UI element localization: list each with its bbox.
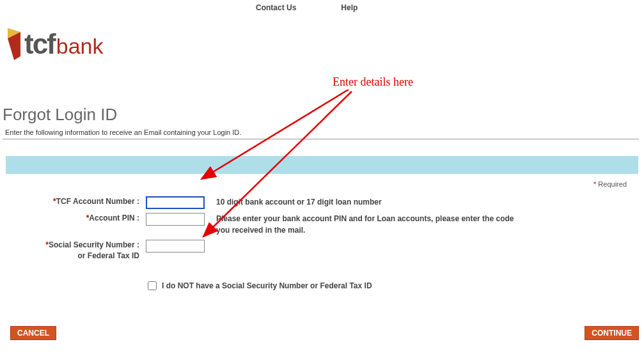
row-account-number: *TCF Account Number : 10 digit bank acco… (6, 194, 638, 211)
row-account-pin: *Account PIN : Please enter your bank ac… (6, 211, 638, 238)
row-no-ssn: I do NOT have a Social Security Number o… (6, 263, 638, 316)
logo-bank: bank (56, 34, 104, 59)
logo-tcf: tcf (24, 28, 55, 60)
tcf-logo-icon (6, 28, 23, 60)
label-account-number: *TCF Account Number : (6, 196, 143, 207)
no-ssn-label: I do NOT have a Social Security Number o… (162, 281, 372, 290)
help-account-number: 10 digit bank account or 17 digit loan n… (205, 196, 382, 208)
logo-text: tcf bank (24, 28, 104, 60)
button-bar: CANCEL CONTINUE (0, 316, 644, 340)
label-ssn: *Social Security Number : or Federal Tax… (6, 240, 143, 261)
form-panel: * Required *TCF Account Number : 10 digi… (5, 155, 639, 316)
no-ssn-checkbox[interactable] (148, 281, 157, 290)
account-number-input[interactable] (146, 196, 205, 209)
form-header-strip (6, 156, 638, 174)
asterisk-icon: * (593, 180, 596, 188)
nav-contact-us[interactable]: Contact Us (256, 3, 296, 12)
account-pin-input[interactable] (146, 213, 205, 226)
help-account-pin: Please enter your bank account PIN and f… (205, 213, 524, 236)
cancel-button[interactable]: CANCEL (10, 326, 56, 340)
top-nav: Contact Us Help (0, 0, 644, 12)
required-note: * Required (6, 174, 638, 194)
page-subtitle: Enter the following information to recei… (3, 128, 639, 139)
logo: tcf bank (0, 12, 644, 60)
annotation-label: Enter details here (333, 75, 413, 89)
label-account-pin: *Account PIN : (6, 213, 143, 224)
page-title: Forgot Login ID (0, 60, 644, 128)
row-ssn: *Social Security Number : or Federal Tax… (6, 238, 638, 263)
nav-help[interactable]: Help (341, 3, 357, 12)
continue-button[interactable]: CONTINUE (585, 326, 639, 340)
ssn-input[interactable] (146, 240, 205, 253)
